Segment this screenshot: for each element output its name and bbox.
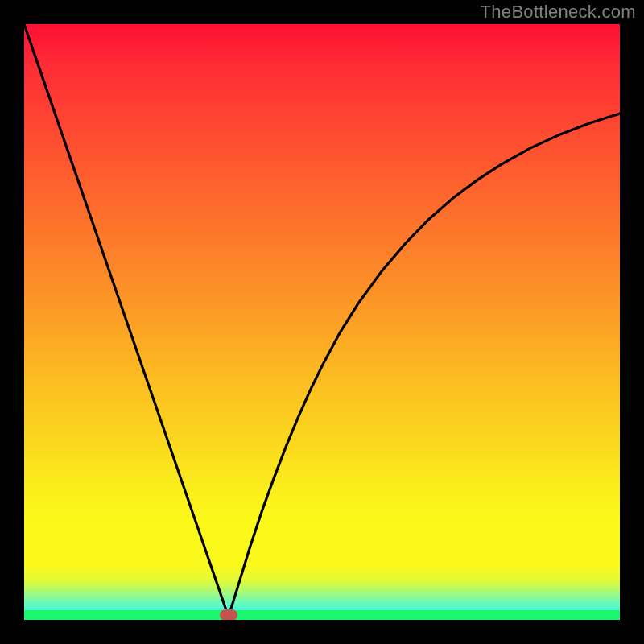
plot-area [24,24,620,620]
watermark-text: TheBottleneck.com [481,2,636,23]
gradient-background [24,24,620,620]
chart-frame: TheBottleneck.com [0,0,644,644]
vertex-marker [220,609,237,620]
green-band [24,610,620,620]
